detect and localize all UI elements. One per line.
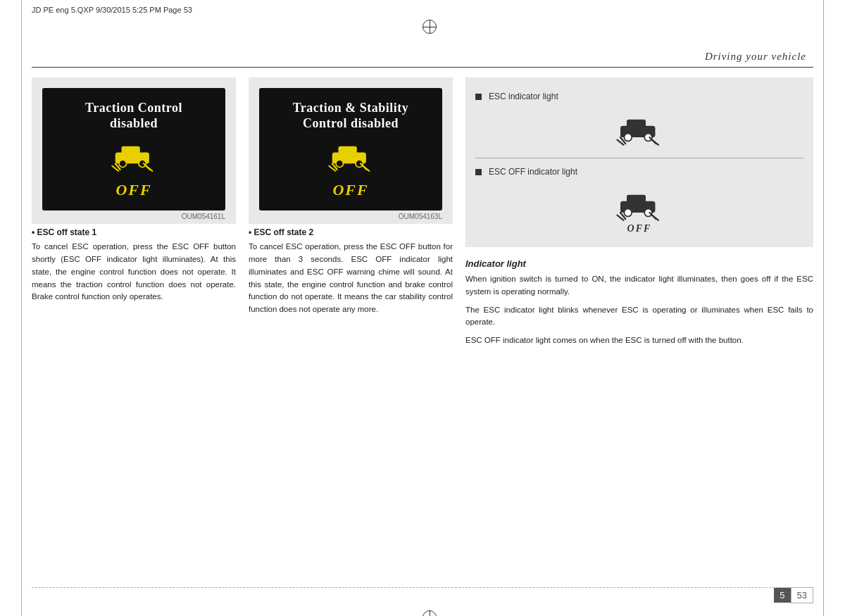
left-body-text: To cancel ESC operation, press the ESC O… bbox=[32, 241, 236, 303]
middle-car-skid-icon bbox=[326, 138, 375, 177]
border-left bbox=[21, 0, 22, 616]
esc-car-icon bbox=[614, 111, 665, 151]
top-rule bbox=[32, 67, 813, 68]
page-numbers: 5 53 bbox=[774, 587, 813, 603]
print-header: JD PE eng 5.QXP 9/30/2015 5:25 PM Page 5… bbox=[32, 6, 192, 14]
chapter-number: 5 bbox=[774, 588, 790, 603]
page-title: Driving your vehicle bbox=[705, 51, 806, 63]
middle-body-text: To cancel ESC operation, press the ESC O… bbox=[249, 241, 453, 316]
left-panel-code: OUM054161L bbox=[42, 213, 225, 220]
border-right bbox=[823, 0, 824, 616]
svg-rect-17 bbox=[627, 120, 646, 127]
esc-off-label: OFF bbox=[627, 223, 652, 234]
svg-point-3 bbox=[139, 160, 146, 168]
bullet-square-1 bbox=[475, 94, 482, 100]
indicator-light-heading: Indicator light bbox=[465, 258, 813, 269]
middle-display-title: Traction & StabilityControl disabled bbox=[293, 101, 409, 131]
left-off-label: OFF bbox=[115, 181, 151, 199]
svg-point-11 bbox=[356, 160, 363, 168]
esc-car-icon-area bbox=[475, 107, 803, 155]
indicator-para3: ESC OFF indicator light comes on when th… bbox=[465, 334, 813, 347]
svg-point-27 bbox=[644, 209, 652, 217]
svg-point-10 bbox=[336, 160, 344, 168]
columns: Traction Controldisabled bbox=[32, 77, 813, 347]
esc-indicator-row: ESC indicator light bbox=[475, 86, 803, 107]
svg-point-19 bbox=[644, 134, 652, 142]
left-display-title: Traction Controldisabled bbox=[85, 101, 182, 131]
esc-off-indicator-row: ESC OFF indicator light bbox=[475, 161, 803, 182]
bottom-dashed-rule bbox=[32, 587, 813, 588]
middle-display-wrapper: Traction & StabilityControl disabled OFF bbox=[249, 77, 453, 224]
svg-point-18 bbox=[624, 134, 632, 142]
esc-panel-divider bbox=[475, 158, 803, 158]
col-left: Traction Controldisabled bbox=[32, 77, 236, 347]
middle-panel-code: OUM054163L bbox=[259, 213, 442, 220]
esc-off-car-icon bbox=[614, 187, 665, 226]
esc-indicator-label: ESC indicator light bbox=[489, 92, 558, 101]
svg-rect-1 bbox=[122, 146, 140, 154]
bullet-square-2 bbox=[475, 169, 482, 175]
esc-off-indicator-label: ESC OFF indicator light bbox=[489, 167, 577, 177]
left-display-wrapper: Traction Controldisabled bbox=[32, 77, 236, 224]
middle-state-heading: • ESC off state 2 bbox=[249, 227, 453, 237]
page-number: 53 bbox=[791, 587, 813, 603]
main-content: Traction Controldisabled bbox=[32, 77, 813, 574]
middle-off-label: OFF bbox=[332, 181, 368, 199]
middle-display-panel: Traction & StabilityControl disabled OFF bbox=[259, 88, 442, 210]
svg-rect-9 bbox=[339, 146, 357, 154]
svg-point-2 bbox=[119, 160, 127, 168]
left-car-skid-icon bbox=[109, 138, 158, 177]
indicator-para2: The ESC indicator light blinks whenever … bbox=[465, 304, 813, 329]
left-display-panel: Traction Controldisabled bbox=[42, 88, 225, 210]
indicator-para1: When ignition switch is turned to ON, th… bbox=[465, 273, 813, 298]
esc-off-car-icon-area: OFF bbox=[475, 182, 803, 239]
col-middle: Traction & StabilityControl disabled OFF bbox=[249, 77, 453, 347]
esc-panel: ESC indicator light bbox=[465, 77, 813, 247]
svg-rect-25 bbox=[627, 195, 646, 203]
col-right: ESC indicator light bbox=[465, 77, 813, 347]
left-state-heading: • ESC off state 1 bbox=[32, 227, 236, 237]
svg-point-26 bbox=[624, 209, 632, 217]
